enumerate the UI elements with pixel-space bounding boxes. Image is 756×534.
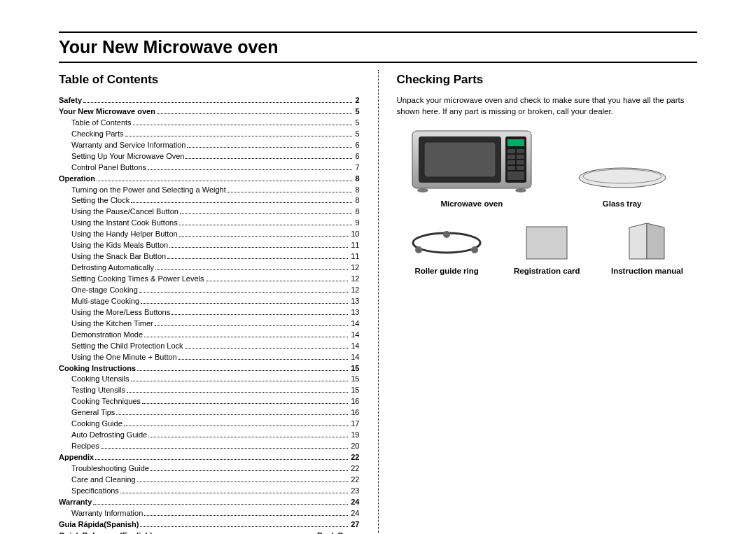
toc-page: 5 xyxy=(354,129,359,140)
part-microwave: Microwave oven xyxy=(397,125,547,208)
toc-page: 16 xyxy=(349,407,359,419)
toc-label: Appendix xyxy=(59,452,94,463)
parts-intro: Unpack your microwave oven and check to … xyxy=(397,95,698,117)
toc-row: Turning on the Power and Selecting a Wei… xyxy=(59,185,360,196)
toc-row: Defrosting Automatically12 xyxy=(59,262,360,274)
toc-leader xyxy=(142,399,348,405)
toc-row: Operation8 xyxy=(59,174,360,185)
toc-leader xyxy=(157,108,352,114)
toc-row: Checking Parts5 xyxy=(59,129,360,140)
registration-card-label: Registration card xyxy=(514,267,580,275)
toc-label: Using the One Minute + Button xyxy=(71,352,177,363)
toc-label: Warranty Information xyxy=(71,508,143,519)
svg-point-19 xyxy=(415,246,422,253)
microwave-icon xyxy=(409,125,535,195)
toc-page: 27 xyxy=(349,519,359,531)
toc-row: Setting Cooking Times & Power Levels12 xyxy=(59,274,360,285)
toc-row: Your New Microwave oven5 xyxy=(59,106,360,118)
toc-leader xyxy=(167,254,348,260)
toc-label: Setting the Child Protection Lock xyxy=(71,341,183,352)
toc-row: Cooking Instructions15 xyxy=(59,363,360,374)
toc-label: Recipes xyxy=(71,441,99,452)
toc-leader xyxy=(141,298,348,304)
toc-row: General Tips16 xyxy=(59,407,360,419)
glass-tray-icon xyxy=(573,160,671,195)
toc-page: 22 xyxy=(349,475,359,486)
toc-label: Using the More/Less Buttons xyxy=(71,307,170,318)
toc-page: 5 xyxy=(354,106,359,118)
toc-label: Defrosting Automatically xyxy=(71,262,154,274)
toc-page: 20 xyxy=(349,441,359,452)
toc-row: Warranty and Service Information6 xyxy=(59,140,360,151)
svg-rect-7 xyxy=(507,155,515,159)
toc-label: Using the Kids Meals Button xyxy=(71,240,168,251)
toc-row: Setting the Clock8 xyxy=(59,195,360,206)
svg-rect-10 xyxy=(517,160,524,164)
toc-leader xyxy=(116,410,348,416)
toc-row: Care and Cleaning22 xyxy=(59,475,360,486)
toc-row: Cooking Utensils15 xyxy=(59,374,360,385)
toc-leader xyxy=(139,287,348,293)
toc-label: Quick Reference(English) xyxy=(59,531,153,534)
toc-page: 8 xyxy=(354,185,359,196)
toc-row: Using the More/Less Buttons13 xyxy=(59,307,360,318)
toc-label: Cooking Utensils xyxy=(71,374,130,385)
manual-label: Instruction manual xyxy=(611,267,683,275)
toc-page: 14 xyxy=(349,341,359,352)
toc-leader xyxy=(137,365,348,371)
manual-icon xyxy=(622,220,671,262)
toc-page: 12 xyxy=(349,274,359,285)
microwave-label: Microwave oven xyxy=(440,199,503,208)
toc-row: Demonstration Mode14 xyxy=(59,330,360,341)
toc-label: Setting Up Your Microwave Oven xyxy=(71,151,184,162)
toc-leader xyxy=(148,164,352,170)
toc-leader xyxy=(179,220,353,226)
toc-label: Table of Contents xyxy=(71,118,132,129)
toc-row: Using the Instant Cook Buttons9 xyxy=(59,218,360,229)
toc-page: 15 xyxy=(349,385,359,396)
toc-leader xyxy=(133,120,353,125)
toc-leader xyxy=(155,321,348,326)
toc-leader xyxy=(140,521,348,527)
toc-row: One-stage Cooking12 xyxy=(59,285,360,296)
svg-rect-2 xyxy=(424,142,496,177)
svg-rect-13 xyxy=(507,171,524,180)
toc-page: 8 xyxy=(354,195,359,206)
toc-label: Setting Cooking Times & Power Levels xyxy=(71,274,204,285)
toc-page: 13 xyxy=(349,307,359,318)
table-of-contents: Table of Contents Safety2Your New Microw… xyxy=(59,70,378,534)
toc-page: 22 xyxy=(349,463,359,475)
toc-label: Warranty and Service Information xyxy=(71,140,186,151)
part-registration-card: Registration card xyxy=(497,224,597,275)
roller-ring-icon xyxy=(408,227,485,262)
toc-label: General Tips xyxy=(71,407,115,419)
toc-label: Operation xyxy=(59,174,95,185)
toc-row: Guía Rápida(Spanish)27 xyxy=(59,519,360,531)
toc-row: Appendix22 xyxy=(59,452,360,463)
toc-label: Cooking Techniques xyxy=(71,396,141,407)
toc-leader xyxy=(227,187,353,192)
toc-leader xyxy=(178,354,349,360)
toc-heading: Table of Contents xyxy=(59,73,360,87)
toc-label: Your New Microwave oven xyxy=(59,106,155,118)
toc-row: Using the Kitchen Timer14 xyxy=(59,318,360,330)
page-title: Your New Microwave oven xyxy=(59,33,697,62)
toc-label: Guía Rápida(Spanish) xyxy=(59,519,139,531)
toc-row: Troubleshooting Guide22 xyxy=(59,463,360,475)
toc-page: 19 xyxy=(349,430,359,441)
part-glass-tray: Glass tray xyxy=(547,160,697,208)
svg-point-21 xyxy=(443,231,450,238)
toc-page: 15 xyxy=(349,363,359,374)
toc-label: Turning on the Power and Selecting a Wei… xyxy=(71,185,226,196)
toc-page: Back Cover xyxy=(316,531,360,534)
svg-point-15 xyxy=(515,188,526,192)
svg-marker-24 xyxy=(647,223,664,259)
svg-rect-5 xyxy=(507,149,515,153)
toc-row: Cooking Techniques16 xyxy=(59,396,360,407)
toc-row: Using the Handy Helper Button10 xyxy=(59,229,360,240)
toc-label: Using the Pause/Cancel Button xyxy=(71,206,178,218)
toc-row: Safety2 xyxy=(59,95,360,106)
toc-page: 24 xyxy=(349,508,359,519)
toc-row: Table of Contents5 xyxy=(59,118,360,129)
toc-page: 23 xyxy=(349,486,359,497)
